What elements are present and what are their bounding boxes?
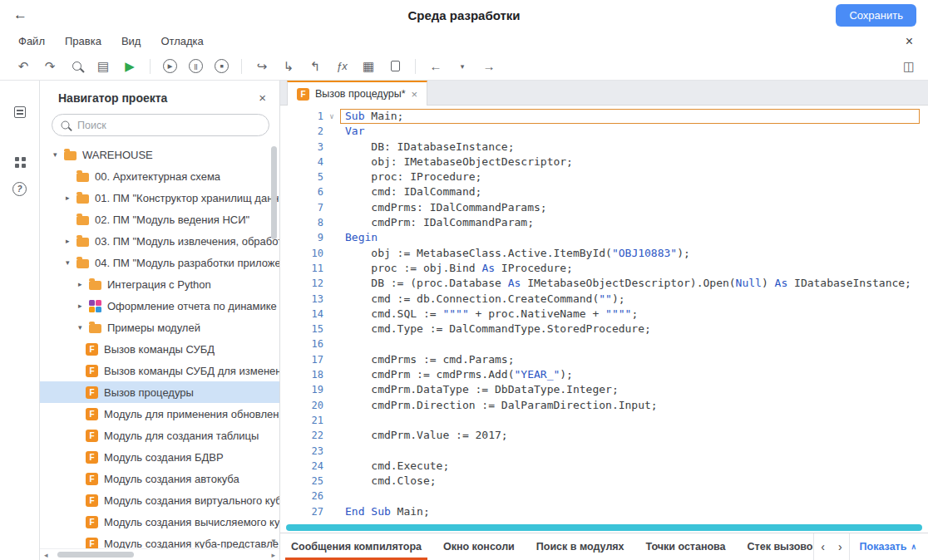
tab-close-icon[interactable]: × — [412, 88, 418, 101]
line-number: 16 — [280, 336, 323, 351]
menu-item-3[interactable]: Вид — [121, 35, 141, 47]
documents-icon — [14, 106, 26, 118]
line-number: 25 — [280, 474, 323, 489]
tree-item[interactable]: ▸Оформление отчета по динамике спис — [40, 295, 279, 317]
tree-item[interactable]: FМодуль создания виртуального куб — [40, 489, 279, 511]
help-icon[interactable]: ? — [10, 179, 30, 199]
code-token: As — [775, 277, 788, 289]
step-out-icon[interactable]: ↰ — [308, 57, 323, 76]
fold-spacer — [323, 504, 340, 519]
tree-item[interactable]: 02. ПМ "Модуль ведения НСИ" — [40, 209, 279, 230]
tabs-scroll-left-icon[interactable]: ‹ — [814, 540, 832, 553]
tree-arrow-icon[interactable]: ▸ — [66, 237, 77, 245]
editor-horizontal-scrollbar[interactable] — [280, 523, 928, 533]
tree-arrow-icon[interactable]: ▾ — [66, 258, 77, 267]
bottom-tab-1[interactable]: Сообщения компилятора — [280, 533, 432, 560]
tree-arrow-icon[interactable]: ▸ — [78, 302, 89, 310]
apps-grid-icon[interactable] — [10, 152, 30, 172]
main-area: ? Навигатор проекта × ▾WAREHOUSE00. Архи… — [0, 81, 928, 560]
code-token: As — [481, 262, 495, 274]
close-icon[interactable]: × — [906, 34, 913, 49]
nav-vertical-scrollbar[interactable] — [271, 146, 277, 239]
show-panel-button[interactable]: Показать ∧ — [849, 533, 928, 560]
tree-item[interactable]: FМодуль создания автокуба — [40, 468, 279, 489]
tree-item[interactable]: 00. Архитектурная схема — [40, 165, 279, 187]
editor-hscroll-thumb[interactable] — [286, 524, 922, 531]
tabs-scroll-right-icon[interactable]: › — [832, 540, 849, 553]
tree-item[interactable]: ▾Примеры модулей — [40, 317, 279, 338]
nav-hscroll-thumb[interactable] — [57, 552, 134, 558]
menu-item-4[interactable]: Отладка — [160, 35, 203, 47]
code-line: 2Var — [280, 124, 928, 139]
stop-icon[interactable]: ■ — [215, 59, 229, 73]
step-into-icon[interactable]: ↳ — [281, 57, 296, 76]
back-button[interactable]: ← — [13, 7, 27, 23]
bottom-tabs: Сообщения компилятораОкно консолиПоиск в… — [280, 533, 813, 560]
search-input[interactable] — [76, 119, 260, 132]
tree-item[interactable]: ▸03. ПМ "Модуль извлечения, обработки и — [40, 230, 279, 252]
menu-item-1[interactable]: Файл — [18, 35, 45, 47]
tree-arrow-icon[interactable]: ▸ — [66, 194, 77, 202]
scroll-down-icon[interactable]: ▼ — [270, 538, 277, 545]
bottom-tab-4[interactable]: Точки останова — [635, 533, 737, 560]
debug-run-icon[interactable]: ▶ — [163, 59, 177, 73]
tree-item[interactable]: FМодуль создания вычисляемого ку — [40, 511, 279, 533]
step-over-icon[interactable]: ↪ — [254, 57, 269, 76]
code-text: End Sub Main; — [340, 504, 430, 519]
redo-icon[interactable]: ↷ — [42, 57, 57, 76]
navigate-back-icon[interactable]: ← — [428, 57, 443, 76]
nav-horizontal-scrollbar[interactable]: ◂ ▸ — [40, 548, 279, 560]
scroll-right-icon[interactable]: ▸ — [267, 551, 279, 559]
tree-arrow-icon[interactable]: ▾ — [53, 150, 64, 159]
tree-item[interactable]: ▸Интеграция с Python — [40, 273, 279, 295]
tree-item[interactable]: FМодуль для применения обновлени — [40, 403, 279, 425]
tree-item-label: Вызов команды СУБД для изменен — [104, 365, 279, 377]
fold-spacer — [323, 169, 340, 184]
tree-item[interactable]: ▾04. ПМ "Модуль разработки приложений" — [40, 252, 279, 273]
top-bar: ← Среда разработки Сохранить — [0, 0, 928, 30]
tree-item[interactable]: ▾WAREHOUSE — [40, 144, 279, 165]
fold-spacer — [323, 276, 340, 291]
run-icon[interactable]: ▶ — [122, 57, 137, 76]
formula-grid-icon[interactable]: ▦ — [361, 57, 376, 76]
scroll-left-icon[interactable]: ◂ — [40, 551, 52, 559]
tree-item[interactable]: FВызов команды СУБД для изменен — [40, 360, 279, 381]
tree-arrow-icon[interactable]: ▸ — [78, 280, 89, 288]
navigate-forward-icon[interactable]: → — [481, 57, 496, 76]
save-button[interactable]: Сохранить — [836, 4, 916, 27]
bottom-tab-5[interactable]: Стек вызовов — [737, 533, 814, 560]
fx-icon[interactable]: ƒx — [334, 57, 349, 76]
window-title: Среда разработки — [0, 8, 928, 22]
bottom-tab-2[interactable]: Окно консоли — [432, 533, 526, 560]
code-token: ; — [501, 429, 508, 441]
search-icon[interactable] — [69, 57, 84, 76]
code-text: cmdPrms: IDalCommandParams; — [340, 200, 547, 215]
tab-label: Вызов процедуры* — [315, 88, 406, 100]
code-text — [340, 336, 345, 351]
undo-icon[interactable]: ↶ — [16, 57, 31, 76]
search-box[interactable] — [52, 114, 269, 136]
panel-toggle-icon[interactable]: ◫ — [901, 57, 916, 76]
editor-tab[interactable]: F Вызов процедуры* × — [287, 81, 427, 106]
code-line: 22 cmdPrm.Value := 2017; — [280, 428, 928, 443]
tree-item[interactable]: FВызов процедуры — [40, 381, 279, 403]
tree-arrow-icon[interactable]: ▾ — [78, 323, 89, 332]
code-text: Sub Main; — [340, 109, 403, 124]
code-token: Main; — [364, 110, 403, 122]
history-dropdown-icon[interactable]: ▾ — [455, 57, 470, 76]
tree-item[interactable]: FМодуль для создания таблицы — [40, 425, 279, 446]
code-editor[interactable]: 1∨Sub Main;2Var3 DB: IDatabaseInstance;4… — [280, 106, 928, 523]
copy-icon[interactable] — [387, 57, 402, 76]
table-icon[interactable]: ▤ — [96, 57, 111, 76]
bottom-tab-3[interactable]: Поиск в модулях — [526, 533, 635, 560]
code-line: 27End Sub Main; — [280, 504, 928, 519]
tree-item[interactable]: FВызов команды СУБД — [40, 338, 279, 360]
documents-icon[interactable] — [10, 102, 30, 122]
tree-item[interactable]: ▸01. ПМ "Конструктор хранилищ данных" — [40, 187, 279, 209]
menu-item-2[interactable]: Правка — [65, 35, 101, 47]
fold-icon[interactable]: ∨ — [323, 109, 340, 124]
navigator-close-icon[interactable]: × — [259, 91, 266, 105]
pause-icon[interactable]: || — [189, 59, 203, 73]
tree-item[interactable]: FМодуль создания БДВР — [40, 446, 279, 468]
fold-spacer — [323, 489, 340, 504]
